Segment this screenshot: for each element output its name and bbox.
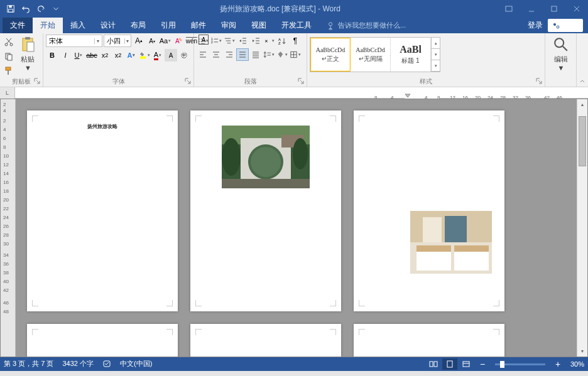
line-spacing-icon[interactable]: ▾ (263, 48, 275, 61)
svg-rect-82 (423, 217, 442, 242)
tab-mailings[interactable]: 邮件 (183, 18, 214, 33)
paragraph-launcher-icon[interactable] (298, 78, 305, 85)
hotel-room-photo (410, 211, 492, 274)
distribute-icon[interactable] (249, 48, 262, 61)
decrease-indent-icon[interactable] (236, 35, 249, 47)
collapse-ribbon-icon[interactable] (577, 33, 588, 87)
paste-button[interactable]: 粘贴▼ (15, 35, 40, 73)
svg-text:✕: ✕ (264, 38, 268, 44)
svg-text:Z: Z (278, 41, 281, 45)
italic-icon[interactable]: I (59, 49, 72, 62)
tab-review[interactable]: 审阅 (214, 18, 244, 33)
print-layout-icon[interactable] (442, 358, 457, 370)
increase-indent-icon[interactable] (249, 35, 262, 47)
tab-developer[interactable]: 开发工具 (274, 18, 319, 33)
ruler-horizontal[interactable]: L 84 48 1216 2024 2832 3642 46 (0, 87, 588, 99)
scroll-up-icon[interactable]: ▴ (577, 99, 587, 110)
page-number-status[interactable]: 第 3 页，共 7 页 (4, 359, 53, 369)
asian-layout-icon[interactable]: ✕▾ (263, 35, 275, 47)
tab-insert[interactable]: 插入 (63, 18, 93, 33)
cut-icon[interactable] (3, 36, 15, 48)
style-no-spacing[interactable]: AaBbCcDd↵无间隔 (351, 38, 391, 72)
read-mode-icon[interactable] (426, 358, 441, 370)
language-status[interactable]: 中文(中国) (120, 359, 152, 369)
underline-icon[interactable]: U▾ (72, 49, 85, 62)
styles-gallery-scroll[interactable]: ▴▾▾ (431, 38, 440, 72)
maximize-icon[interactable] (543, 0, 565, 18)
superscript-icon[interactable]: x2 (112, 49, 124, 62)
font-launcher-icon[interactable] (185, 78, 192, 85)
styles-launcher-icon[interactable] (536, 78, 543, 85)
share-button[interactable]: 共享 (548, 19, 583, 32)
strikethrough-icon[interactable]: abc (85, 49, 98, 62)
tab-file[interactable]: 文件 (3, 18, 33, 33)
text-effects-icon[interactable]: A▾ (125, 49, 138, 62)
shading-icon[interactable]: ▾ (276, 48, 288, 61)
numbering-icon[interactable]: 12▾ (210, 35, 222, 47)
zoom-level[interactable]: 30% (570, 360, 584, 368)
svg-rect-91 (447, 361, 452, 367)
align-right-icon[interactable] (223, 48, 236, 61)
tab-layout[interactable]: 布局 (123, 18, 153, 33)
font-name-combo[interactable]: ▾ (46, 35, 102, 47)
grow-font-icon[interactable]: A▴ (133, 35, 145, 47)
undo-icon[interactable] (19, 2, 33, 16)
bold-icon[interactable]: B (46, 49, 58, 62)
find-button[interactable]: 编辑▼ (548, 35, 574, 73)
tell-me-search[interactable]: 告诉我您想要做什么... (319, 18, 413, 33)
scroll-down-icon[interactable]: ▾ (577, 346, 587, 357)
tab-home[interactable]: 开始 (33, 18, 63, 33)
tab-view[interactable]: 视图 (244, 18, 274, 33)
zoom-slider[interactable] (495, 363, 545, 365)
qat-customize-icon[interactable] (49, 2, 63, 16)
vertical-scrollbar[interactable]: ▴ ▾ (577, 99, 587, 357)
document-page (27, 324, 178, 357)
title-bar: 扬州旅游攻略.doc [兼容模式] - Word (0, 0, 588, 18)
ruler-vertical[interactable]: 24 24 68 1012 1416 1820 2224 2628 3034 3… (1, 99, 16, 357)
enclose-char-icon[interactable]: ㊥ (178, 49, 190, 62)
svg-rect-86 (416, 245, 451, 252)
style-normal[interactable]: AaBbCcDd↵正文 (310, 38, 351, 72)
style-heading1[interactable]: AaBl标题 1 (391, 38, 431, 72)
svg-rect-3 (506, 6, 512, 11)
copy-icon[interactable] (3, 50, 15, 63)
group-editing: 编辑▼ (545, 33, 577, 87)
align-center-icon[interactable] (210, 48, 222, 61)
align-left-icon[interactable] (197, 48, 209, 61)
signin-link[interactable]: 登录 (528, 20, 543, 31)
ribbon-display-icon[interactable] (498, 0, 520, 18)
show-hide-icon[interactable]: ¶ (289, 35, 302, 47)
tab-references[interactable]: 引用 (153, 18, 183, 33)
styles-gallery: AaBbCcDd↵正文 AaBbCcDd↵无间隔 AaBl标题 1 ▴▾▾ (310, 37, 440, 72)
tab-design[interactable]: 设计 (93, 18, 123, 33)
subscript-icon[interactable]: x2 (99, 49, 111, 62)
highlight-icon[interactable]: ▾ (138, 49, 151, 62)
minimize-icon[interactable] (520, 0, 543, 18)
redo-icon[interactable] (34, 2, 48, 16)
svg-rect-18 (8, 55, 12, 60)
zoom-in-icon[interactable]: + (550, 358, 565, 370)
char-shading-icon[interactable]: A (165, 49, 177, 62)
web-layout-icon[interactable] (459, 358, 474, 370)
bullets-icon[interactable]: ▾ (197, 35, 209, 47)
svg-point-12 (557, 26, 559, 28)
save-icon[interactable] (4, 2, 18, 16)
font-size-combo[interactable]: ▾ (104, 35, 131, 47)
shrink-font-icon[interactable]: A▾ (146, 35, 158, 47)
clipboard-launcher-icon[interactable] (34, 78, 41, 85)
clear-format-icon[interactable]: A (172, 35, 185, 47)
pages-container[interactable]: 扬州旅游攻略 (16, 99, 577, 357)
justify-icon[interactable] (236, 48, 249, 61)
sort-icon[interactable]: AZ (276, 35, 288, 47)
format-painter-icon[interactable] (3, 65, 15, 77)
quick-access-toolbar (0, 2, 63, 16)
zoom-out-icon[interactable]: − (475, 358, 490, 370)
spell-check-icon[interactable] (102, 359, 111, 369)
change-case-icon[interactable]: Aa▾ (159, 35, 172, 47)
multilevel-icon[interactable]: ▾ (223, 35, 236, 47)
scroll-thumb[interactable] (579, 116, 586, 166)
word-count-status[interactable]: 3432 个字 (62, 359, 94, 369)
font-color-icon[interactable]: A▾ (151, 49, 164, 62)
close-icon[interactable] (565, 0, 588, 18)
borders-icon[interactable]: ▾ (289, 48, 302, 61)
